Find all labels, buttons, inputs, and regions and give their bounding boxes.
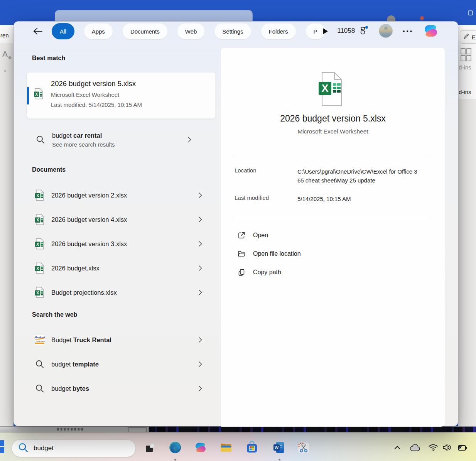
file-action-label: Open — [253, 232, 268, 239]
preview-subtitle: Microsoft Excel Worksheet — [221, 128, 445, 135]
query-prefix: budget — [52, 132, 73, 139]
chevron-right-icon[interactable] — [196, 215, 205, 224]
file-explorer-icon[interactable] — [219, 441, 233, 454]
copilot-taskbar-icon[interactable] — [194, 441, 207, 454]
query-bold: template — [73, 361, 99, 368]
see-more-search-results[interactable]: budget car rental See more search result… — [27, 127, 216, 153]
search-the-web-heading: Search the web — [32, 311, 77, 318]
user-avatar[interactable] — [379, 24, 393, 38]
excel-icon: X — [34, 262, 45, 274]
best-match-last-modified: Last modified: 5/14/2025, 10:15 AM — [51, 101, 142, 108]
svg-text:W: W — [275, 445, 279, 450]
rewards-points: 11058 — [337, 27, 355, 35]
document-name: Budget projections.xlsx — [51, 289, 117, 296]
taskbar-search-value: budget — [34, 444, 54, 452]
search-filter-tab[interactable]: Settings — [214, 23, 251, 39]
divider — [232, 219, 432, 219]
excel-window-left-edge — [0, 25, 14, 426]
excel-sheet-right-edge — [458, 99, 476, 426]
query-prefix: budget — [51, 385, 73, 392]
documents-list: X 2026 budget version 2.xlsx X 2026 budg… — [27, 186, 216, 302]
rewards-icon[interactable] — [358, 25, 369, 36]
document-row[interactable]: X Budget projections.xlsx — [27, 283, 216, 302]
document-row[interactable]: X 2026 budget version 3.xlsx — [27, 234, 216, 253]
battery-saver-icon[interactable] — [457, 442, 468, 453]
svg-text:X: X — [36, 193, 39, 198]
volume-icon[interactable] — [442, 443, 452, 452]
wifi-icon[interactable] — [428, 444, 438, 451]
excel-file-icon: X — [34, 88, 44, 101]
web-result-row[interactable]: budget bytes — [27, 379, 216, 398]
query-prefix: budget — [51, 361, 73, 368]
chevron-right-icon[interactable] — [196, 263, 205, 273]
document-name: 2026 budget.xlsx — [51, 265, 100, 272]
search-icon — [17, 442, 29, 455]
document-row[interactable]: X 2026 budget.xlsx — [27, 258, 216, 278]
chevron-right-icon[interactable] — [196, 360, 205, 369]
search-filter-tab[interactable]: All — [52, 23, 74, 39]
excel-notification-dot-fragment — [420, 16, 424, 20]
document-row[interactable]: X 2026 budget version 4.xlsx — [27, 210, 216, 229]
edge-browser-icon[interactable] — [169, 441, 182, 454]
query-bold: Truck Rental — [73, 336, 111, 343]
search-filter-tabs: AllAppsDocumentsWebSettingsFoldersP — [52, 22, 326, 40]
query-bold: car rental — [73, 132, 102, 139]
svg-text:X: X — [36, 266, 39, 271]
snipping-tool-icon[interactable] — [297, 441, 310, 454]
play-icon — [322, 28, 329, 36]
excel-icon: X — [34, 287, 45, 298]
back-arrow-icon — [33, 27, 43, 37]
tab-label: All — [60, 28, 66, 35]
search-filter-tab[interactable]: Apps — [84, 23, 113, 39]
chevron-right-icon[interactable] — [196, 288, 205, 297]
word-icon[interactable]: W — [272, 441, 285, 454]
best-match-result[interactable]: X 2026 budget version 5.xlsx Microsoft E… — [27, 72, 216, 119]
excel-status-ticks — [57, 428, 84, 431]
maximize-icon[interactable] — [468, 10, 473, 17]
file-action-label: Copy path — [253, 269, 281, 276]
svg-text:X: X — [36, 242, 39, 247]
best-match-title: 2026 budget version 5.xlsx — [51, 79, 136, 88]
start-button-icon[interactable] — [0, 440, 4, 446]
chevron-right-icon[interactable] — [196, 191, 205, 200]
chevron-right-icon[interactable] — [196, 239, 205, 248]
file-action-row[interactable]: Copy path — [221, 263, 445, 282]
chevron-right-icon[interactable] — [185, 135, 194, 146]
document-name: 2026 budget version 2.xlsx — [51, 192, 127, 199]
web-result-row[interactable]: BudgetTruck Rental Budget Truck Rental — [27, 330, 216, 350]
selection-accent-bar — [27, 87, 29, 105]
budget-truck-rental-logo-icon: BudgetTruck Rental — [34, 334, 45, 345]
web-result-row[interactable]: budget template — [27, 355, 216, 374]
search-filter-tab[interactable]: Documents — [122, 23, 168, 39]
web-results-list: BudgetTruck Rental Budget Truck Rental b… — [27, 330, 216, 398]
file-action-row[interactable]: Open file location — [221, 245, 445, 263]
svg-text:X: X — [321, 83, 328, 94]
search-icon — [35, 135, 46, 145]
add-ins-label[interactable]: d-ins — [459, 89, 471, 95]
onedrive-cloud-icon[interactable] — [410, 443, 421, 452]
search-filter-tab[interactable]: Folders — [261, 23, 296, 39]
more-options-button[interactable]: ••• — [403, 28, 414, 34]
copy-icon — [237, 268, 246, 277]
tabs-overflow-button[interactable] — [321, 27, 331, 37]
see-more-subtitle: See more search results — [52, 141, 115, 148]
best-match-subtitle: Microsoft Excel Worksheet — [51, 91, 119, 98]
search-filter-tab[interactable]: Web — [177, 23, 205, 39]
search-icon — [34, 383, 45, 393]
editing-button-fragment[interactable]: E — [460, 30, 476, 44]
file-action-row[interactable]: Open — [221, 226, 445, 245]
chevron-right-icon[interactable] — [196, 384, 205, 393]
dropdown-caret-icon: ⌄ — [3, 66, 8, 73]
taskbar-search-box[interactable]: budget — [12, 439, 136, 457]
microsoft-store-icon[interactable] — [245, 441, 258, 454]
preview-panel: X 2026 budget version 5.xlsx Microsoft E… — [221, 48, 445, 427]
start-button-icon[interactable] — [0, 447, 4, 453]
copilot-icon[interactable] — [423, 23, 439, 39]
tray-chevron-up-icon[interactable] — [393, 444, 402, 451]
add-ins-grid-icon[interactable] — [460, 48, 472, 63]
document-row[interactable]: X 2026 budget version 2.xlsx — [27, 186, 216, 205]
back-button[interactable] — [31, 25, 45, 39]
chevron-right-icon[interactable] — [196, 335, 205, 344]
tab-label: Settings — [222, 28, 243, 35]
task-view-button[interactable] — [143, 441, 157, 454]
